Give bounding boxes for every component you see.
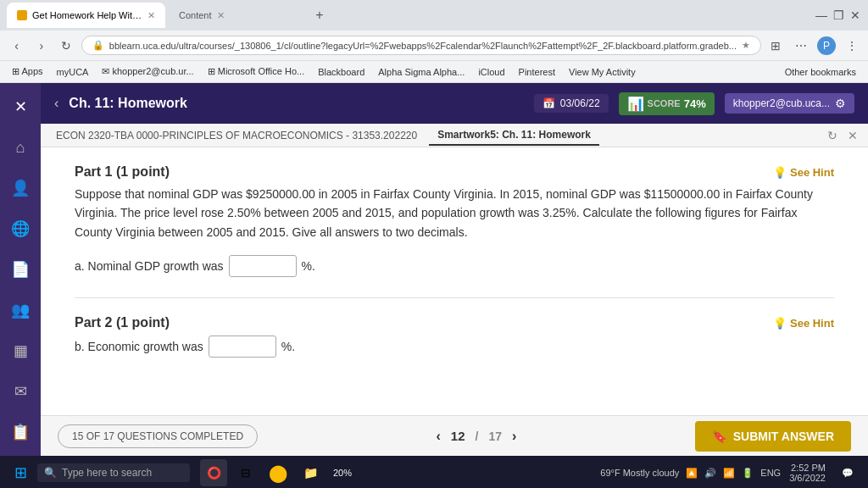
tray-weather: 69°F Mostly cloudy <box>600 468 679 478</box>
taskbar-chrome[interactable]: ⬤ <box>264 459 292 486</box>
window-controls: — ❐ ✕ <box>815 9 861 21</box>
tab-smartwork[interactable]: Smartwork5: Ch. 11: Homework <box>429 125 599 146</box>
maximize-btn[interactable]: ❐ <box>832 9 844 21</box>
part2-hint-label: See Hint <box>790 317 834 330</box>
bm-gmail[interactable]: ✉ khopper2@cub.ur... <box>97 64 198 79</box>
bm-activity[interactable]: View My Activity <box>564 65 641 79</box>
search-placeholder-text: Type here to search <box>62 467 152 479</box>
part-b-pct: %. <box>281 340 295 353</box>
taskbar-search[interactable]: 🔍 Type here to search <box>37 463 190 482</box>
part2-section: Part 2 (1 point) 💡 See Hint b. Economic … <box>75 297 834 358</box>
calendar-icon: 📅 <box>542 97 555 109</box>
tab-refresh-btn[interactable]: ↻ <box>824 127 841 144</box>
sidebar-globe-icon[interactable]: 🌐 <box>5 214 36 244</box>
taskbar: ⊞ 🔍 Type here to search ⭕ ⊟ ⬤ 📁 20% 69°F… <box>0 456 868 488</box>
sidebar-mail-icon[interactable]: ✉ <box>5 376 36 407</box>
part2-header: Part 2 (1 point) 💡 See Hint <box>75 315 834 330</box>
page-separator: / <box>476 430 479 443</box>
part1-hint-label: See Hint <box>790 166 834 179</box>
more-menu-btn[interactable]: ⋮ <box>843 36 861 55</box>
sidebar-grid-icon[interactable]: ▦ <box>5 336 36 366</box>
submit-answer-btn[interactable]: 🔖 SUBMIT ANSWER <box>695 421 851 452</box>
page-navigation: ‹ 12 / 17 › <box>258 429 695 444</box>
sidebar-document-icon[interactable]: 📄 <box>5 254 36 285</box>
back-nav-btn[interactable]: ‹ <box>7 34 26 58</box>
submit-label: SUBMIT ANSWER <box>733 430 834 443</box>
sidebar: ✕ ⌂ 👤 🌐 📄 👥 ▦ ✉ 📋 <box>0 83 41 456</box>
part-a-label: a. Nominal GDP growth was <box>75 259 224 273</box>
clock-time: 2:52 PM <box>791 463 826 473</box>
forward-nav-btn[interactable]: › <box>31 34 51 58</box>
close-btn[interactable]: ✕ <box>849 9 861 21</box>
part-b-input[interactable] <box>209 336 276 358</box>
bookmarks-bar: ⊞ Apps myUCA ✉ khopper2@cub.ur... ⊞ Micr… <box>0 61 868 83</box>
inactive-tab-label: Content <box>179 10 212 20</box>
back-btn[interactable]: ‹ <box>54 96 58 111</box>
tray-icons: 69°F Mostly cloudy 🔼 🔊 📶 🔋 ENG <box>600 468 781 479</box>
bm-alpha[interactable]: Alpha Sigma Alpha... <box>373 65 470 79</box>
date-badge: 📅 03/06/22 <box>534 94 609 113</box>
bm-icloud[interactable]: iCloud <box>473 65 509 79</box>
bm-myuca[interactable]: myUCA <box>52 65 94 79</box>
sidebar-home-icon[interactable]: ⌂ <box>5 132 36 163</box>
sidebar-file-icon[interactable]: 📋 <box>5 417 36 447</box>
sidebar-group-icon[interactable]: 👥 <box>5 295 36 325</box>
part1-section: Part 1 (1 point) 💡 See Hint Suppose that… <box>75 164 834 277</box>
tray-network-icon: 🔼 <box>686 468 698 479</box>
url-bar[interactable]: 🔒 bblearn.uca.edu/ultra/courses/_130806_… <box>81 36 761 55</box>
bm-other[interactable]: Other bookmarks <box>780 65 861 79</box>
top-bar: ‹ Ch. 11: Homework 📅 03/06/22 📊 SCORE 74… <box>41 83 868 124</box>
bm-office[interactable]: ⊞ Microsoft Office Ho... <box>203 64 310 79</box>
system-tray: 69°F Mostly cloudy 🔼 🔊 📶 🔋 ENG 2:52 PM 3… <box>600 459 861 486</box>
reload-btn[interactable]: ↻ <box>57 34 76 58</box>
taskbar-search-btn[interactable]: ⭕ <box>200 459 227 486</box>
extension-icon-1[interactable]: ⊞ <box>766 36 785 55</box>
part-a-pct: %. <box>302 259 315 273</box>
user-badge[interactable]: khopper2@cub.uca... ⚙ <box>725 93 854 114</box>
profile-icon[interactable]: P <box>817 36 836 55</box>
tab-2-close-btn[interactable]: ✕ <box>217 10 225 21</box>
tray-language-icon: ENG <box>760 468 781 478</box>
system-clock[interactable]: 2:52 PM 3/6/2022 <box>789 463 826 483</box>
part-a-input[interactable] <box>229 255 297 277</box>
notification-btn[interactable]: 💬 <box>834 459 861 486</box>
tab-close-btn[interactable]: ✕ <box>844 127 861 144</box>
part-a-row: a. Nominal GDP growth was %. <box>75 255 834 277</box>
active-tab-label: Get Homework Help With Chego... <box>32 10 142 20</box>
sidebar-person-icon[interactable]: 👤 <box>5 173 36 203</box>
active-tab[interactable]: Get Homework Help With Chego... ✕ <box>7 3 165 28</box>
bm-pinterest[interactable]: Pinterest <box>514 65 560 79</box>
settings-icon[interactable]: ⚙ <box>835 97 846 110</box>
part2-title: Part 2 (1 point) <box>75 315 170 330</box>
taskbar-app-icons: ⭕ ⊟ ⬤ 📁 20% <box>200 459 356 486</box>
sidebar-close-icon[interactable]: ✕ <box>5 92 36 122</box>
minimize-btn[interactable]: — <box>815 9 827 21</box>
taskbar-files[interactable]: 📁 <box>297 459 324 486</box>
inactive-tab[interactable]: Content ✕ <box>169 3 304 28</box>
search-icon: 🔍 <box>44 467 57 479</box>
part2-hint-link[interactable]: 💡 See Hint <box>773 317 834 330</box>
main-content: ‹ Ch. 11: Homework 📅 03/06/22 📊 SCORE 74… <box>41 83 868 456</box>
hint-icon-2: 💡 <box>773 317 787 330</box>
part1-header: Part 1 (1 point) 💡 See Hint <box>75 164 834 180</box>
content-area: Part 1 (1 point) 💡 See Hint Suppose that… <box>41 147 868 415</box>
browser-nav: ‹ › ↻ 🔒 bblearn.uca.edu/ultra/courses/_1… <box>0 30 868 61</box>
new-tab-btn[interactable]: + <box>308 3 331 27</box>
part-b-row: b. Economic growth was %. <box>75 336 834 358</box>
prev-page-btn[interactable]: ‹ <box>436 429 440 444</box>
browser-chrome: Get Homework Help With Chego... ✕ Conten… <box>0 0 868 30</box>
start-btn[interactable]: ⊞ <box>7 459 34 486</box>
extension-icon-2[interactable]: ⋯ <box>792 36 810 55</box>
taskbar-task-view[interactable]: ⊟ <box>232 459 259 486</box>
next-page-btn[interactable]: › <box>512 429 516 444</box>
bm-blackboard[interactable]: Blackboard <box>313 65 370 79</box>
tab-econ[interactable]: ECON 2320-TBA 0000-PRINCIPLES OF MACROEC… <box>47 126 426 145</box>
score-badge: 📊 SCORE 74% <box>619 92 715 115</box>
section-divider <box>75 297 834 298</box>
taskbar-battery-pct[interactable]: 20% <box>329 459 356 486</box>
bm-apps[interactable]: ⊞ Apps <box>7 64 48 79</box>
part1-title: Part 1 (1 point) <box>75 164 170 180</box>
part1-hint-link[interactable]: 💡 See Hint <box>773 166 834 179</box>
part-b-label: b. Economic growth was <box>75 340 203 353</box>
tab-close-btn[interactable]: ✕ <box>147 10 155 21</box>
